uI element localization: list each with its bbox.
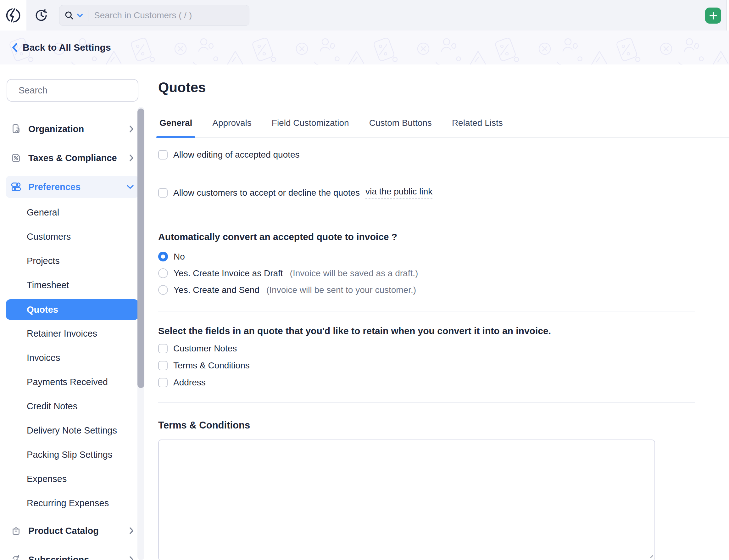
retain-field-label: Address — [173, 378, 206, 387]
sidebar-subitem[interactable]: Retainer Invoices — [6, 322, 139, 346]
radio-option-row[interactable]: No — [158, 252, 695, 261]
subscriptions-icon — [11, 554, 21, 560]
organization-icon — [11, 124, 21, 134]
sidebar-subitem-label: Recurring Expenses — [27, 498, 109, 508]
sidebar-subitem[interactable]: Quotes — [6, 299, 139, 320]
sidebar-item-organization[interactable]: Organization — [6, 118, 139, 140]
terms-section: Terms & Conditions — [158, 403, 695, 560]
retain-field-row[interactable]: Terms & Conditions — [158, 361, 695, 370]
global-search-input[interactable] — [94, 10, 244, 20]
settings-sidebar: Organization Taxes & Compliance Preferen… — [0, 64, 145, 560]
retain-field-label: Customer Notes — [173, 344, 237, 353]
back-label: Back to All Settings — [23, 42, 111, 53]
global-search-box[interactable] — [59, 5, 250, 26]
retain-field-checkbox[interactable] — [158, 344, 168, 353]
sidebar-item-preferences[interactable]: Preferences — [6, 176, 139, 198]
allow-edit-row[interactable]: Allow editing of accepted quotes — [158, 150, 695, 160]
retain-field-checkbox[interactable] — [158, 361, 168, 370]
tab[interactable]: Field Customization — [271, 118, 350, 137]
auto-convert-section: Automatically convert an accepted quote … — [158, 213, 695, 311]
radio-label: No — [174, 252, 185, 261]
sidebar-subitem-label: Delivery Note Settings — [27, 425, 117, 436]
sidebar-subitem[interactable]: General — [6, 200, 139, 225]
sidebar-subitem[interactable]: Invoices — [6, 346, 139, 370]
allow-accept-checkbox[interactable] — [158, 188, 168, 198]
tab[interactable]: Approvals — [212, 118, 252, 137]
sidebar-subitem[interactable]: Packing Slip Settings — [6, 443, 139, 467]
sidebar-subitem[interactable]: Projects — [6, 249, 139, 273]
quick-create-button[interactable] — [705, 8, 721, 24]
retain-field-checkbox[interactable] — [158, 378, 168, 387]
quotes-tabs: General Approvals Field Customization Cu… — [158, 118, 729, 138]
settings-header-band: Back to All Settings — [0, 31, 729, 64]
tab-label: General — [160, 118, 192, 128]
auto-convert-options: No Yes. Create Invoice as Draft (Invoice… — [158, 252, 695, 295]
retain-fields-heading: Select the fields in an quote that you'd… — [158, 326, 695, 336]
preferences-icon — [11, 182, 21, 192]
search-scope-chevron-icon[interactable] — [77, 14, 83, 18]
sidebar-subitem[interactable]: Delivery Note Settings — [6, 418, 139, 443]
retain-field-label: Terms & Conditions — [173, 361, 250, 370]
tab-label: Field Customization — [272, 118, 349, 128]
radio-button[interactable] — [158, 268, 168, 278]
sidebar-item-taxes-compliance[interactable]: Taxes & Compliance — [6, 147, 139, 169]
retain-fields-section: Select the fields in an quote that you'd… — [158, 311, 695, 403]
allow-accept-row[interactable]: Allow customers to accept or decline the… — [158, 187, 695, 199]
sidebar-subitem[interactable]: Payments Received — [6, 370, 139, 394]
product-catalog-icon — [11, 525, 21, 536]
radio-option-row[interactable]: Yes. Create and Send (Invoice will be se… — [158, 285, 695, 295]
sidebar-scrollbar-thumb[interactable] — [137, 109, 144, 388]
page-title: Quotes — [158, 80, 729, 95]
radio-option-row[interactable]: Yes. Create Invoice as Draft (Invoice wi… — [158, 268, 695, 278]
radio-hint: (Invoice will be saved as a draft.) — [290, 268, 418, 278]
retain-field-row[interactable]: Customer Notes — [158, 344, 695, 353]
back-to-all-settings[interactable]: Back to All Settings — [11, 31, 111, 64]
window-scrollbar-strip[interactable] — [726, 0, 729, 31]
chevron-down-icon — [126, 184, 134, 189]
retain-fields-list: Customer Notes Terms & Conditions Addres… — [158, 344, 695, 387]
tab[interactable]: Related Lists — [451, 118, 503, 137]
radio-button[interactable] — [158, 252, 168, 261]
terms-heading: Terms & Conditions — [158, 420, 695, 431]
sidebar-subitem-label: Payments Received — [27, 377, 108, 387]
top-bar — [0, 0, 729, 31]
history-clock-icon — [34, 8, 48, 22]
radio-hint: (Invoice will be sent to your customer.) — [266, 285, 416, 295]
sidebar-search-input[interactable] — [19, 85, 137, 96]
terms-textarea[interactable] — [158, 440, 655, 560]
sidebar-subitem[interactable]: Credit Notes — [6, 394, 139, 418]
tab-label: Custom Buttons — [369, 118, 432, 128]
sidebar-subitem-label: Quotes — [27, 305, 58, 315]
public-link-tooltip-text[interactable]: via the public link — [365, 187, 432, 199]
allow-edit-checkbox[interactable] — [158, 150, 168, 160]
sidebar-item-subscriptions[interactable]: Subscriptions — [6, 549, 139, 560]
tab[interactable]: Custom Buttons — [368, 118, 432, 137]
sidebar-item-product-catalog[interactable]: Product Catalog — [6, 520, 139, 542]
sidebar-nav: Organization Taxes & Compliance Preferen… — [0, 118, 145, 560]
sidebar-subitem-label: Invoices — [27, 353, 60, 363]
sidebar-subitem[interactable]: Recurring Expenses — [6, 491, 139, 515]
preferences-subitems: General Customers Projects Timesheet Quo… — [0, 200, 145, 515]
sidebar-subitem-label: General — [27, 207, 59, 218]
books-logo-icon — [5, 8, 21, 23]
chevron-left-icon — [11, 43, 18, 52]
tab-label: Related Lists — [452, 118, 503, 128]
app-logo[interactable] — [0, 0, 26, 31]
tab[interactable]: General — [159, 118, 193, 137]
radio-label: Yes. Create Invoice as Draft — [174, 268, 283, 278]
retain-field-row[interactable]: Address — [158, 378, 695, 387]
sidebar-subitem[interactable]: Timesheet — [6, 273, 139, 297]
sidebar-search-box[interactable] — [7, 79, 138, 102]
sidebar-subitem[interactable]: Customers — [6, 225, 139, 249]
search-icon — [65, 11, 74, 20]
allow-edit-section: Allow editing of accepted quotes — [158, 138, 695, 173]
radio-button[interactable] — [158, 285, 168, 295]
sidebar-subitem[interactable]: Expenses — [6, 467, 139, 491]
sidebar-item-label: Product Catalog — [28, 526, 99, 536]
chevron-right-icon — [129, 527, 134, 535]
sidebar-subitem-label: Retainer Invoices — [27, 328, 97, 339]
chevron-right-icon — [129, 556, 134, 560]
recent-history-button[interactable] — [33, 7, 50, 24]
taxes-compliance-icon — [11, 153, 21, 163]
allow-edit-label: Allow editing of accepted quotes — [173, 150, 300, 160]
